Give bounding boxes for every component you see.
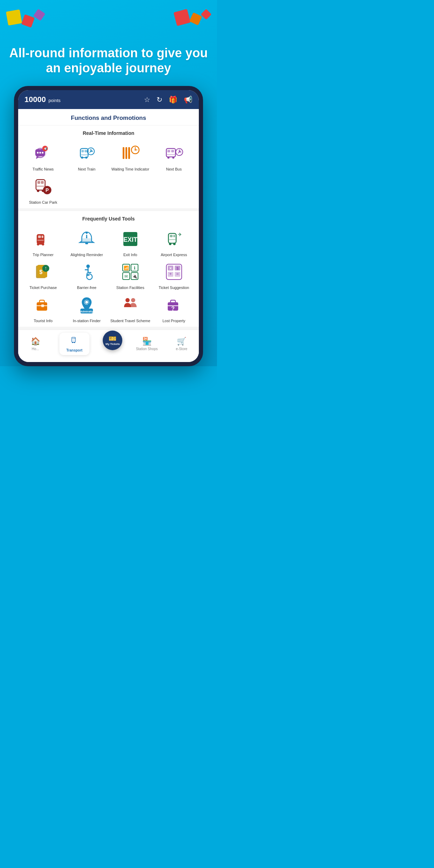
- barrier-free-label: Barrier-free: [77, 285, 96, 290]
- trip-planner-item[interactable]: Trip Planner: [23, 228, 63, 257]
- gift-icon[interactable]: 🎁: [169, 95, 178, 104]
- traffic-news-item[interactable]: 📢 Traffic News: [23, 142, 63, 172]
- alighting-reminder-item[interactable]: Alighting Reminder: [67, 228, 107, 257]
- nav-transport[interactable]: Transport: [59, 333, 89, 355]
- cube-orange: [189, 12, 202, 25]
- trip-planner-icon: [32, 228, 54, 250]
- svg-point-6: [39, 152, 41, 154]
- star-icon[interactable]: ☆: [144, 95, 150, 104]
- section-divider-2: [18, 327, 199, 330]
- svg-rect-30: [167, 154, 175, 155]
- station-facilities-icon: 📶 ℹ ✉ 🔌: [119, 261, 142, 283]
- svg-point-14: [81, 157, 83, 159]
- background-section: All-round information to give you an enj…: [0, 0, 217, 366]
- tourist-info-item[interactable]: Tourist Info: [23, 294, 63, 323]
- next-train-icon: [75, 142, 98, 165]
- refresh-icon[interactable]: ↻: [157, 95, 162, 104]
- station-carpark-icon: P: [32, 175, 54, 198]
- home-icon: 🏠: [31, 337, 40, 346]
- station-carpark-label: Station Car Park: [29, 200, 57, 205]
- megaphone-icon[interactable]: 📢: [184, 95, 193, 104]
- svg-rect-60: [170, 235, 173, 237]
- nav-estore[interactable]: 🛒 e-Store: [171, 337, 192, 351]
- nav-fab-label: My Tickets: [106, 342, 120, 346]
- lost-property-label: Lost Property: [162, 318, 185, 323]
- barrier-free-item[interactable]: Barrier-free: [67, 261, 107, 290]
- next-train-item[interactable]: Next Train: [67, 142, 107, 172]
- nav-my-tickets[interactable]: 🎫 My Tickets: [103, 331, 122, 350]
- svg-rect-12: [85, 150, 87, 152]
- station-carpark-item[interactable]: P Station Car Park: [23, 175, 63, 205]
- next-bus-item[interactable]: Next Bus: [154, 142, 194, 172]
- realtime-section-label: Real-Time Information: [18, 125, 199, 139]
- nav-home[interactable]: 🏠 Ho...: [25, 337, 46, 351]
- svg-text:📶: 📶: [123, 265, 129, 270]
- svg-rect-46: [38, 236, 41, 238]
- tourist-info-label: Tourist Info: [34, 318, 52, 323]
- svg-rect-48: [37, 240, 44, 241]
- svg-point-31: [167, 157, 169, 159]
- airport-express-item[interactable]: ✈ Airport Express: [154, 228, 194, 257]
- cube-red-right: [174, 9, 191, 26]
- bottom-nav: 🏠 Ho...: [18, 330, 199, 359]
- ticket-suggestion-item[interactable]: $ × + = Ticket Suggestion: [154, 261, 194, 290]
- instation-finder-item[interactable]: Admiralty In-station Finder: [67, 294, 107, 323]
- nav-home-label: Ho...: [32, 347, 39, 351]
- svg-rect-11: [81, 150, 84, 152]
- svg-text:Admiralty: Admiralty: [80, 310, 93, 313]
- svg-text:?: ?: [171, 306, 175, 312]
- ticket-suggestion-icon: $ × + =: [163, 261, 185, 283]
- phone-screen: 10000 points ☆ ↻ 🎁 📢 Functions and Promo…: [18, 90, 199, 362]
- svg-text:=: =: [176, 272, 179, 276]
- exit-info-label: Exit Info: [123, 252, 137, 257]
- ticket-purchase-label: Ticket Purchase: [29, 285, 57, 290]
- exit-info-item[interactable]: EXIT Exit Info: [110, 228, 151, 257]
- svg-text:$: $: [176, 266, 179, 270]
- nav-estore-label: e-Store: [176, 347, 187, 351]
- svg-rect-22: [128, 147, 130, 159]
- svg-text:📢: 📢: [43, 147, 48, 151]
- traffic-news-icon: 📢: [32, 142, 54, 165]
- student-travel-item[interactable]: Student Travel Scheme: [110, 294, 151, 323]
- svg-text:P: P: [46, 187, 49, 193]
- waiting-time-icon: [119, 142, 142, 165]
- alighting-reminder-icon: [75, 228, 98, 250]
- nav-station-shops[interactable]: 🏪 Station Shops: [136, 337, 158, 351]
- waiting-time-item[interactable]: Waiting Time Indicator: [110, 142, 151, 172]
- svg-point-63: [169, 243, 171, 245]
- station-facilities-label: Station Facilities: [116, 285, 144, 290]
- svg-rect-40: [37, 186, 44, 187]
- cube-yellow: [6, 9, 22, 26]
- svg-text:↑: ↑: [45, 265, 47, 271]
- svg-point-100: [131, 298, 135, 302]
- transport-icon: [70, 335, 79, 347]
- station-facilities-item[interactable]: 📶 ℹ ✉ 🔌 Station Facilities: [110, 261, 151, 290]
- svg-rect-21: [125, 147, 127, 159]
- points-label: points: [49, 98, 61, 103]
- svg-text:🔌: 🔌: [132, 274, 137, 279]
- lost-property-icon: ?: [163, 294, 185, 316]
- barrier-free-icon: [75, 261, 98, 283]
- waiting-time-label: Waiting Time Indicator: [111, 167, 149, 172]
- trip-planner-label: Trip Planner: [33, 252, 54, 257]
- svg-text:✈: ✈: [178, 232, 182, 237]
- header-icons: ☆ ↻ 🎁 📢: [144, 95, 193, 104]
- alighting-reminder-label: Alighting Reminder: [71, 252, 103, 257]
- app-header: 10000 points ☆ ↻ 🎁 📢: [18, 90, 199, 109]
- svg-text:ℹ: ℹ: [133, 266, 135, 270]
- svg-point-72: [87, 274, 92, 280]
- svg-point-15: [85, 157, 87, 159]
- svg-rect-108: [72, 340, 75, 341]
- ticket-suggestion-label: Ticket Suggestion: [159, 285, 189, 290]
- ticket-purchase-item[interactable]: ↑ $ Ticket Purchase: [23, 261, 63, 290]
- svg-rect-10: [80, 149, 88, 158]
- lost-property-item[interactable]: ? Lost Property: [154, 294, 194, 323]
- hero-title: All-round information to give you an enj…: [7, 45, 210, 75]
- svg-point-7: [42, 152, 44, 154]
- tools-section-label: Frequently Used Tools: [18, 211, 199, 224]
- student-travel-label: Student Travel Scheme: [110, 318, 150, 323]
- svg-point-99: [125, 298, 130, 302]
- exit-info-icon: EXIT: [119, 228, 142, 250]
- svg-text:$: $: [39, 269, 43, 275]
- svg-rect-38: [37, 181, 40, 184]
